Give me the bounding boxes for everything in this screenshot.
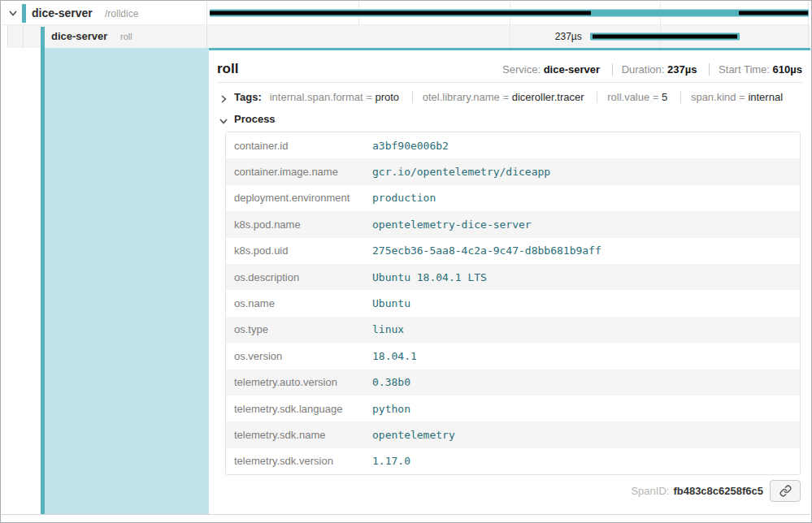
detail-highlight-fill	[45, 48, 209, 514]
span-name-column[interactable]: dice-server roll	[2, 25, 207, 48]
chevron-right-icon[interactable]	[219, 93, 228, 102]
meta-value: 237µs	[667, 63, 697, 76]
process-key: os.version	[226, 350, 372, 362]
process-value: 275ecb36-5aa8-4c2a-9c47-d8bb681b9aff	[372, 244, 601, 257]
process-value: Ubuntu 18.04.1 LTS	[372, 271, 487, 283]
span-detail-row: roll Service: dice-server Duration: 237µ…	[2, 48, 810, 514]
link-icon	[779, 485, 792, 497]
chevron-down-icon[interactable]	[219, 115, 228, 124]
meta-value: 610µs	[773, 63, 802, 76]
process-table-row: os.name Ubuntu	[226, 290, 800, 316]
process-key: os.description	[226, 271, 372, 283]
process-table-row: telemetry.sdk.version 1.17.0	[226, 448, 800, 474]
span-timeline[interactable]: 237µs	[208, 25, 810, 48]
tag-item: internal.span.formatproto	[270, 91, 399, 103]
process-key: container.id	[226, 140, 372, 152]
process-table: container.id a3bf90e006b2 container.imag…	[225, 132, 801, 475]
span-duration-label: 237µs	[208, 31, 582, 42]
process-key: telemetry.sdk.version	[226, 455, 372, 467]
tag-item: otel.library.namediceroller.tracer	[412, 91, 584, 103]
tags-summary: internal.span.formatproto otel.library.n…	[270, 91, 783, 103]
process-value: Ubuntu	[372, 297, 410, 309]
critical-path-segment	[739, 11, 808, 15]
meta-value: dice-server	[544, 63, 600, 76]
process-key: telemetry.sdk.name	[226, 429, 372, 441]
meta-label: Duration:	[622, 63, 665, 76]
span-detail-panel: roll Service: dice-server Duration: 237µ…	[209, 48, 810, 514]
spanid-value: fb483c8c6258f6c5	[673, 485, 763, 497]
tag-value: 5	[662, 91, 667, 103]
process-table-row: container.image.name gcr.io/opentelemetr…	[226, 158, 800, 184]
process-value: a3bf90e006b2	[372, 140, 449, 152]
process-key: k8s.pod.name	[226, 218, 372, 231]
spanid-label: SpanID:	[631, 485, 669, 497]
process-table-row: telemetry.sdk.name opentelemetry	[226, 421, 800, 447]
process-value: opentelemetry	[372, 429, 455, 441]
tag-key: span.kind	[691, 91, 748, 103]
process-key: os.name	[226, 297, 372, 309]
process-key: k8s.pod.uid	[226, 244, 372, 257]
span-row-rolldice[interactable]: dice-server /rolldice	[2, 2, 810, 25]
jaeger-trace-view: dice-server /rolldice dice-server roll 2…	[0, 0, 812, 523]
process-value: production	[372, 192, 436, 204]
detail-header: roll Service: dice-server Duration: 237µ…	[217, 50, 802, 83]
meta-label: Start Time:	[719, 63, 770, 76]
span-color-strip	[41, 27, 45, 48]
process-table-row: os.version 18.04.1	[226, 343, 800, 369]
process-table-row: telemetry.sdk.language python	[226, 395, 800, 421]
process-value: 1.17.0	[372, 455, 410, 467]
process-value: 0.38b0	[372, 376, 410, 388]
span-meta-item: Duration: 237µs	[612, 63, 697, 76]
process-table-row: os.description Ubuntu 18.04.1 LTS	[226, 264, 800, 290]
tag-key: otel.library.name	[423, 91, 512, 103]
span-bar	[590, 33, 740, 41]
span-row-roll[interactable]: dice-server roll 237µs	[2, 25, 810, 48]
span-name-column[interactable]: dice-server /rolldice	[2, 2, 207, 24]
tag-value: diceroller.tracer	[512, 91, 584, 103]
tag-item: roll.value5	[597, 91, 667, 103]
span-meta-item: Start Time: 610µs	[709, 63, 802, 76]
process-table-row: k8s.pod.uid 275ecb36-5aa8-4c2a-9c47-d8bb…	[226, 238, 800, 264]
process-table-row: telemetry.auto.version 0.38b0	[226, 370, 800, 395]
tag-item: span.kindinternal	[680, 91, 783, 103]
process-table-row: k8s.pod.name opentelemetry-dice-server	[226, 211, 800, 237]
process-value: 18.04.1	[372, 350, 417, 362]
span-operation-name: roll	[120, 32, 132, 41]
process-table-row: deployment.environment production	[226, 185, 800, 211]
span-title: roll	[217, 61, 238, 77]
timeline-gridline	[808, 25, 809, 48]
process-value: gcr.io/opentelemetry/diceapp	[372, 166, 550, 178]
span-operation-name: /rolldice	[105, 8, 138, 19]
process-value: linux	[372, 323, 404, 335]
detail-footer: SpanID: fb483c8c6258f6c5	[217, 475, 802, 502]
span-meta-item: Service: dice-server	[502, 63, 600, 76]
tag-value: proto	[375, 91, 399, 103]
process-accordion[interactable]: Process	[217, 105, 802, 132]
tag-key: internal.span.format	[270, 91, 376, 103]
meta-label: Service:	[502, 63, 541, 76]
page-bottom-strip	[2, 514, 810, 523]
process-table-row: container.id a3bf90e006b2	[226, 132, 800, 158]
span-color-strip	[22, 4, 26, 23]
span-timeline[interactable]	[208, 2, 810, 24]
process-key: telemetry.auto.version	[226, 376, 372, 388]
span-meta-list: Service: dice-server Duration: 237µs Sta…	[502, 63, 802, 76]
process-key: telemetry.sdk.language	[226, 403, 372, 415]
process-key: container.image.name	[226, 166, 372, 178]
process-label: Process	[234, 113, 276, 125]
process-key: deployment.environment	[226, 192, 372, 204]
critical-path-segment	[593, 35, 738, 39]
tag-key: roll.value	[607, 91, 662, 103]
span-service-name: dice-server	[51, 30, 107, 42]
process-value: opentelemetry-dice-server	[372, 218, 532, 231]
span-bar	[210, 10, 809, 17]
tags-label: Tags:	[234, 91, 262, 103]
detail-left-rail	[2, 48, 41, 514]
chevron-down-icon[interactable]	[7, 7, 19, 19]
deep-link-button[interactable]	[770, 480, 801, 502]
span-service-name: dice-server	[32, 6, 93, 19]
tags-accordion[interactable]: Tags: internal.span.formatproto otel.lib…	[217, 83, 802, 105]
critical-path-segment	[210, 11, 591, 15]
process-value: python	[372, 403, 410, 415]
tag-value: internal	[748, 91, 783, 103]
